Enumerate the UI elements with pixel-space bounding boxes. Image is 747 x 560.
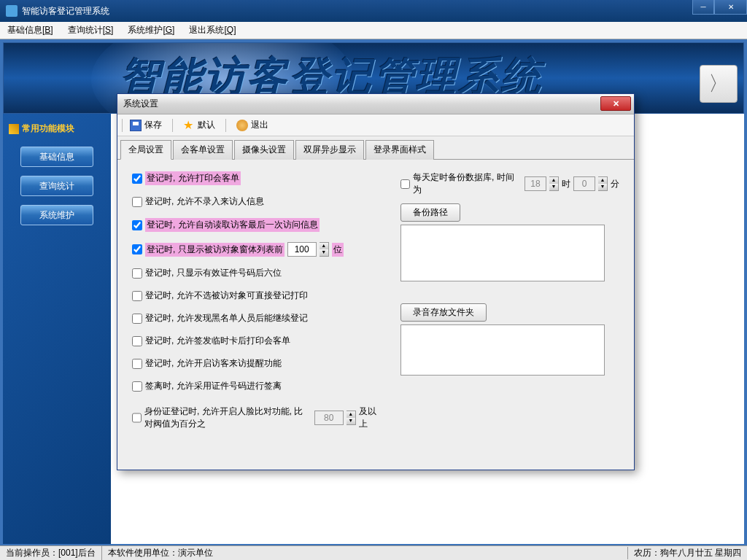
lbl-tempcard-print: 登记时, 允许签发临时卡后打印会客单 [145, 335, 290, 347]
sidebar-btn-query[interactable]: 查询统计 [20, 176, 93, 196]
lbl-print-receipt: 登记时, 允许打印会客单 [145, 171, 241, 185]
chk-no-visitor-info[interactable] [132, 197, 142, 207]
chk-daily-backup[interactable] [400, 179, 410, 189]
input-face-threshold [314, 411, 344, 425]
lbl-face-compare-b: 及以上 [359, 405, 379, 430]
dialog-toolbar: 保存 ★默认 退出 [117, 114, 634, 136]
menu-query[interactable]: 查询统计[S] [68, 24, 114, 36]
save-button[interactable]: 保存 [125, 117, 166, 133]
app-icon [6, 5, 18, 17]
sidebar-header: 常用功能模块 [3, 120, 111, 138]
star-icon: ★ [183, 120, 195, 131]
spin-backup-min: ▲▼ [598, 176, 608, 191]
dialog-title-text: 系统设置 [123, 98, 158, 110]
window-title: 智能访客登记管理系统 [22, 5, 109, 18]
lbl-no-visitor-info: 登记时, 允许不录入来访人信息 [145, 195, 264, 208]
tab-login[interactable]: 登录界面样式 [365, 140, 434, 160]
settings-dialog: 系统设置 ✕ 保存 ★默认 退出 全局设置 会客单设置 摄像头设置 双屏异步显示… [117, 93, 635, 470]
lbl-id-last6: 登记时, 只显示有效证件号码后六位 [145, 267, 282, 279]
lbl-list-limit-a: 登记时, 只显示被访对象窗体列表前 [145, 243, 285, 257]
chk-id-last6[interactable] [132, 268, 142, 279]
tab-receipt[interactable]: 会客单设置 [173, 140, 233, 160]
chk-no-target-print[interactable] [132, 291, 142, 301]
record-folder-button[interactable]: 录音存放文件夹 [400, 303, 487, 322]
chk-print-receipt[interactable] [132, 174, 142, 184]
exit-icon [236, 120, 248, 131]
status-operator: 当前操作员：[001]后台 [0, 546, 102, 560]
spin-face-threshold: ▲▼ [347, 411, 356, 425]
lbl-blacklist-continue: 登记时, 允许发现黑名单人员后能继续登记 [145, 312, 308, 324]
input-backup-min [573, 176, 595, 191]
lbl-no-target-print: 登记时, 允许不选被访对象可直接登记打印 [145, 289, 308, 302]
status-bar: 当前操作员：[001]后台 本软件使用单位：演示单位 农历：狗年八月廿五 星期四 [0, 545, 747, 560]
tab-strip: 全局设置 会客单设置 摄像头设置 双屏异步显示 登录界面样式 [117, 136, 634, 160]
chk-tempcard-print[interactable] [132, 336, 142, 346]
minimize-button[interactable]: ─ [692, 0, 714, 15]
chk-face-compare[interactable] [132, 413, 142, 423]
spin-backup-hour: ▲▼ [549, 176, 559, 191]
tab-dual[interactable]: 双屏异步显示 [295, 140, 364, 160]
chk-blacklist-continue[interactable] [132, 314, 142, 324]
chk-visit-reminder[interactable] [132, 359, 142, 369]
tab-camera[interactable]: 摄像头设置 [234, 140, 294, 160]
spin-list-limit[interactable]: ▲▼ [320, 242, 329, 257]
input-list-limit[interactable] [287, 242, 317, 257]
backup-path-button[interactable]: 备份路径 [400, 203, 460, 222]
window-titlebar: 智能访客登记管理系统 ─ ✕ [0, 0, 747, 22]
lbl-visit-reminder: 登记时, 允许开启访客来访提醒功能 [145, 357, 282, 370]
banner-next-button[interactable]: 〉 [700, 65, 738, 103]
dialog-close-button[interactable]: ✕ [600, 96, 631, 111]
chk-list-limit[interactable] [132, 244, 142, 254]
default-button[interactable]: ★默认 [179, 117, 220, 133]
lbl-min-unit: 分 [611, 178, 619, 190]
backup-path-textbox[interactable] [400, 225, 605, 281]
menu-bar: 基础信息[B] 查询统计[S] 系统维护[G] 退出系统[Q] [0, 22, 747, 39]
status-unit: 本软件使用单位：演示单位 [102, 546, 627, 560]
lbl-signout-by-id: 签离时, 允许采用证件号码进行签离 [145, 380, 282, 392]
window-close-button[interactable]: ✕ [714, 0, 747, 15]
input-backup-hour [525, 176, 546, 191]
chk-signout-by-id[interactable] [132, 381, 142, 392]
dialog-titlebar[interactable]: 系统设置 ✕ [117, 94, 634, 114]
sidebar: 常用功能模块 基础信息 查询统计 系统维护 [3, 114, 111, 544]
record-folder-textbox[interactable] [400, 324, 605, 376]
lbl-daily-backup: 每天定时备份数据库, 时间为 [413, 171, 522, 196]
pencil-icon [9, 124, 19, 134]
lbl-face-compare-a: 身份证登记时, 允许开启人脸比对功能, 比对阀值为百分之 [144, 405, 311, 430]
lbl-auto-read-last: 登记时, 允许自动读取访客最后一次访问信息 [145, 218, 320, 232]
tab-global[interactable]: 全局设置 [120, 140, 171, 160]
chk-auto-read-last[interactable] [132, 220, 142, 230]
lbl-hour-unit: 时 [562, 178, 570, 190]
sidebar-btn-basic[interactable]: 基础信息 [20, 147, 93, 167]
menu-basic[interactable]: 基础信息[B] [7, 24, 53, 36]
status-lunar: 农历：狗年八月廿五 星期四 [627, 547, 747, 559]
exit-button[interactable]: 退出 [232, 117, 273, 133]
lbl-list-limit-b: 位 [332, 243, 344, 257]
menu-maint[interactable]: 系统维护[G] [128, 24, 174, 36]
sidebar-btn-maint[interactable]: 系统维护 [20, 205, 93, 225]
save-icon [130, 120, 142, 131]
menu-exit[interactable]: 退出系统[Q] [189, 24, 236, 36]
